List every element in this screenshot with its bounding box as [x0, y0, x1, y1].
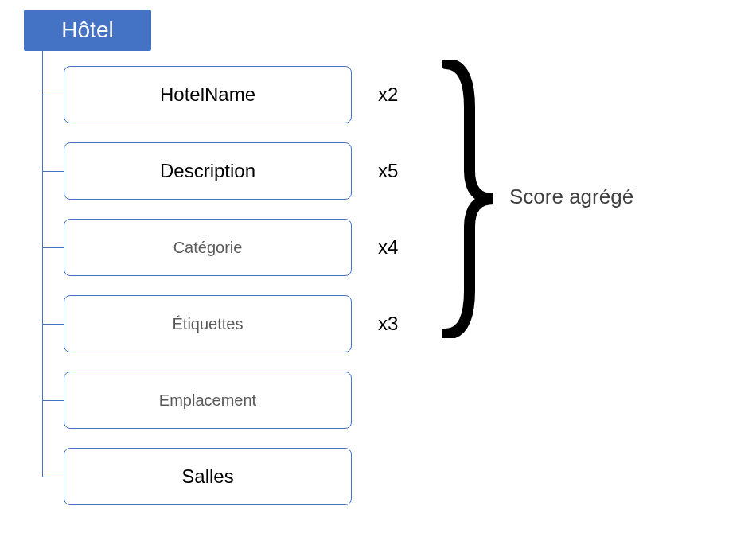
- tree-branch: [42, 95, 64, 95]
- field-hotelname: HotelName: [64, 66, 352, 123]
- field-label: HotelName: [160, 84, 255, 106]
- tree-branch: [42, 400, 64, 401]
- field-etiquettes: Étiquettes: [64, 295, 352, 352]
- field-description: Description: [64, 142, 352, 200]
- tree-stem: [42, 51, 43, 477]
- tree-branch: [42, 171, 64, 172]
- weight-label-categorie: x4: [378, 236, 398, 259]
- field-salles: Salles: [64, 448, 352, 505]
- weight-label-description: x5: [378, 160, 398, 182]
- root-label: Hôtel: [61, 18, 113, 43]
- weight-label-etiquettes: x3: [378, 313, 398, 335]
- root-node: Hôtel: [24, 10, 151, 51]
- field-categorie: Catégorie: [64, 219, 352, 276]
- tree-branch: [42, 324, 64, 325]
- field-label: Salles: [181, 465, 233, 488]
- field-emplacement: Emplacement: [64, 372, 352, 429]
- field-label: Étiquettes: [173, 315, 244, 333]
- weight-label-hotelname: x2: [378, 84, 398, 106]
- tree-branch: [42, 247, 64, 248]
- aggregate-label: Score agrégé: [509, 185, 633, 209]
- field-label: Catégorie: [173, 239, 243, 257]
- field-label: Description: [160, 160, 255, 182]
- curly-brace-icon: [442, 60, 505, 338]
- tree-branch: [42, 477, 64, 477]
- field-label: Emplacement: [159, 391, 256, 410]
